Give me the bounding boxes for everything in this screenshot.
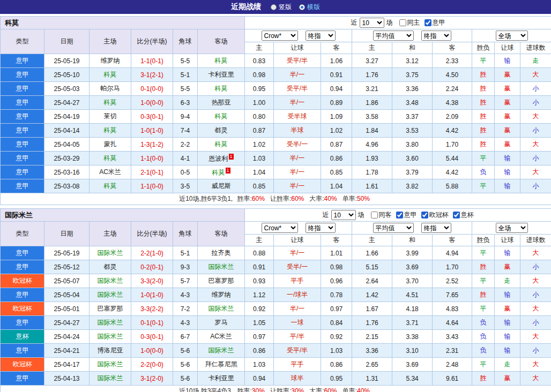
company-select[interactable]: Crow* [262, 223, 298, 233]
sub-col-avg-home: 主 [352, 235, 392, 246]
avg-away-cell: 3.43 [433, 330, 472, 344]
average-odds-header: 平均值 终指 [352, 29, 472, 42]
handicap-result-cell: 输 [495, 288, 520, 302]
filter-checkbox[interactable]: 意甲 [425, 18, 445, 27]
goals-result-cell: 大 [520, 330, 551, 344]
avg-home-cell: 2.64 [352, 274, 392, 288]
home-team-cell: 科莫 [90, 124, 131, 138]
league-cell: 意甲 [1, 96, 44, 110]
odds-home-cell: 1.03 [245, 358, 274, 372]
handicap-result-cell: 输 [495, 165, 520, 179]
odds-home-cell: 0.91 [245, 260, 274, 274]
league-cell: 意甲 [1, 165, 44, 179]
games-label: 场 [386, 18, 393, 27]
filter-checkbox[interactable]: 欧冠杯 [421, 210, 449, 220]
corner-cell: 9-3 [173, 260, 198, 274]
corner-cell: 4-3 [173, 316, 198, 330]
date-cell: 25-05-10 [44, 68, 90, 82]
goals-result-cell: 小 [520, 288, 551, 302]
date-cell: 25-04-14 [44, 124, 90, 138]
full-match-select[interactable]: 全场 [496, 223, 528, 233]
avg-home-cell: 1.61 [352, 179, 392, 193]
col-header-type: 类型 [1, 29, 44, 54]
red-card-badge: 1 [226, 168, 230, 174]
away-team-cell: 巴塞罗那 [198, 274, 245, 288]
away-team-cell: 国际米兰 [198, 302, 245, 316]
goals-result-cell: 大 [520, 110, 551, 124]
handicap-cell: 一/球半 [274, 288, 321, 302]
average-final-select[interactable]: 终指 [421, 223, 451, 233]
handicap-cell: 受平/半 [274, 82, 321, 96]
company-final-select[interactable]: 终指 [306, 31, 336, 41]
summary-stat: 胜率:60% [237, 195, 265, 202]
avg-home-cell: 3.58 [352, 110, 392, 124]
filter-checkbox[interactable]: 同客 [371, 210, 392, 220]
average-select[interactable]: 平均值 [373, 31, 414, 41]
avg-home-cell: 1.76 [352, 316, 392, 330]
match-count-select[interactable]: 10 [331, 210, 356, 220]
corner-cell: 4-3 [173, 288, 198, 302]
match-row: 意甲25-05-19维罗纳1-1(0-1)5-5科莫0.83受平/半1.063.… [1, 54, 551, 68]
average-select[interactable]: 平均值 [373, 223, 414, 233]
odds-home-cell: 1.05 [245, 316, 274, 330]
home-team-cell: 国际米兰 [90, 330, 131, 344]
company-final-select[interactable]: 终指 [306, 223, 336, 233]
filter-checkbox[interactable]: 意甲 [396, 210, 417, 220]
away-team-cell: 科莫 [198, 82, 245, 96]
sub-col-handicap-result: 让球 [495, 235, 520, 246]
handicap-result-cell: 走 [495, 274, 520, 288]
result-cell: 胜 [472, 372, 495, 386]
sub-col-handicap-result: 让球 [495, 42, 520, 54]
match-row: 意甲25-04-21博洛尼亚1-0(0-0)5-6国际米兰0.86受平/半1.0… [1, 344, 551, 358]
sub-col-company-away: 客 [321, 42, 352, 54]
avg-draw-cell: 3.71 [392, 316, 433, 330]
odds-away-cell: 0.92 [321, 330, 352, 344]
home-team-cell: 科莫 [90, 152, 131, 165]
filter-checkbox[interactable]: 同主 [399, 18, 420, 27]
corner-cell: 7-2 [173, 302, 198, 316]
checkbox-input[interactable] [453, 212, 460, 218]
checkbox-input[interactable] [399, 19, 406, 26]
score-cell: 0-1(0-1) [131, 316, 173, 330]
avg-draw-cell: 3.37 [392, 110, 433, 124]
company-select[interactable]: Crow* [262, 31, 298, 41]
checkbox-input[interactable] [396, 212, 403, 218]
match-row: 欧冠杯25-04-17国际米兰2-2(0-0)5-6拜仁慕尼黑1.03平手0.8… [1, 358, 551, 372]
score-cell: 1-3(1-2) [131, 138, 173, 152]
league-cell: 意甲 [1, 372, 44, 386]
home-team-cell: 博洛尼亚 [90, 344, 131, 358]
summary-stat: 单率:40% [342, 387, 370, 392]
away-team-cell: 国际米兰 [198, 260, 245, 274]
avg-draw-cell: 3.53 [392, 124, 433, 138]
odds-home-cell: 0.85 [245, 179, 274, 193]
checkbox-input[interactable] [371, 212, 378, 218]
result-cell: 胜 [472, 260, 495, 274]
results-table: 科莫 近 10 场 同主意甲 类型 日期 主场 比分(半场) 角球 客场 [0, 16, 551, 205]
league-cell: 欧冠杯 [1, 274, 44, 288]
sub-col-company-handicap: 让球 [274, 42, 321, 54]
date-cell: 25-05-01 [44, 302, 90, 316]
score-cell: 1-0(0-0) [131, 344, 173, 358]
date-cell: 25-04-27 [44, 316, 90, 330]
full-match-select[interactable]: 全场 [496, 31, 528, 41]
match-row: 意甲25-03-29科莫1-1(0-0)4-1恩波利11.03半/一0.861.… [1, 152, 551, 165]
match-row: 意甲25-03-16AC米兰2-1(0-1)0-5科莫11.04半/一0.851… [1, 165, 551, 179]
col-header-away: 客场 [198, 29, 245, 54]
radio-vertical-layout[interactable]: 竖版 [271, 3, 292, 12]
result-cell: 平 [472, 274, 495, 288]
match-row: 意甲25-04-27国际米兰0-1(0-1)4-3罗马1.05一球0.841.7… [1, 316, 551, 330]
handicap-result-cell: 输 [495, 344, 520, 358]
odds-header-row: 类型 日期 主场 比分(半场) 角球 客场 Crow* 终指 平均值 终指 [1, 29, 551, 42]
filter-checkbox[interactable]: 意杯 [453, 210, 474, 220]
goals-result-cell: 大 [520, 165, 551, 179]
goals-result-cell: 大 [520, 68, 551, 82]
radio-horizontal-layout[interactable]: 横版 [299, 3, 320, 12]
checkbox-input[interactable] [425, 19, 431, 26]
league-cell: 意甲 [1, 82, 44, 96]
sub-col-company-away: 客 [321, 235, 352, 246]
match-row: 意甲25-05-04国际米兰1-0(1-0)4-3维罗纳1.12一/球半0.78… [1, 288, 551, 302]
match-count-select[interactable]: 10 [360, 18, 384, 28]
result-cell: 平 [472, 152, 495, 165]
average-final-select[interactable]: 终指 [421, 31, 451, 41]
checkbox-input[interactable] [421, 212, 428, 218]
